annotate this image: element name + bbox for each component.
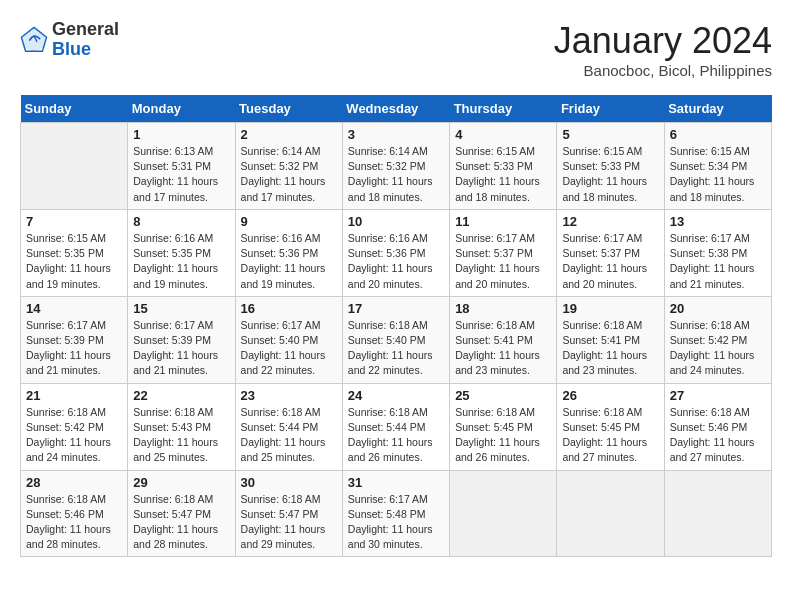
day-info: Sunrise: 6:18 AM Sunset: 5:40 PM Dayligh…: [348, 318, 444, 379]
day-cell: 6Sunrise: 6:15 AM Sunset: 5:34 PM Daylig…: [664, 123, 771, 210]
day-cell: 24Sunrise: 6:18 AM Sunset: 5:44 PM Dayli…: [342, 383, 449, 470]
day-cell: 3Sunrise: 6:14 AM Sunset: 5:32 PM Daylig…: [342, 123, 449, 210]
day-cell: 14Sunrise: 6:17 AM Sunset: 5:39 PM Dayli…: [21, 296, 128, 383]
calendar-title: January 2024: [554, 20, 772, 62]
day-cell: 8Sunrise: 6:16 AM Sunset: 5:35 PM Daylig…: [128, 209, 235, 296]
day-info: Sunrise: 6:17 AM Sunset: 5:37 PM Dayligh…: [562, 231, 658, 292]
svg-marker-0: [23, 29, 45, 51]
day-number: 15: [133, 301, 229, 316]
day-cell: 10Sunrise: 6:16 AM Sunset: 5:36 PM Dayli…: [342, 209, 449, 296]
day-cell: 29Sunrise: 6:18 AM Sunset: 5:47 PM Dayli…: [128, 470, 235, 557]
day-cell: [664, 470, 771, 557]
day-cell: 12Sunrise: 6:17 AM Sunset: 5:37 PM Dayli…: [557, 209, 664, 296]
day-number: 27: [670, 388, 766, 403]
day-cell: [557, 470, 664, 557]
day-number: 16: [241, 301, 337, 316]
day-number: 8: [133, 214, 229, 229]
col-sunday: Sunday: [21, 95, 128, 123]
day-cell: 5Sunrise: 6:15 AM Sunset: 5:33 PM Daylig…: [557, 123, 664, 210]
day-number: 12: [562, 214, 658, 229]
day-info: Sunrise: 6:17 AM Sunset: 5:40 PM Dayligh…: [241, 318, 337, 379]
day-info: Sunrise: 6:18 AM Sunset: 5:45 PM Dayligh…: [562, 405, 658, 466]
day-number: 11: [455, 214, 551, 229]
day-number: 22: [133, 388, 229, 403]
day-cell: [21, 123, 128, 210]
day-number: 13: [670, 214, 766, 229]
day-cell: [450, 470, 557, 557]
day-cell: 11Sunrise: 6:17 AM Sunset: 5:37 PM Dayli…: [450, 209, 557, 296]
calendar-header: Sunday Monday Tuesday Wednesday Thursday…: [21, 95, 772, 123]
day-number: 9: [241, 214, 337, 229]
day-info: Sunrise: 6:15 AM Sunset: 5:35 PM Dayligh…: [26, 231, 122, 292]
day-info: Sunrise: 6:17 AM Sunset: 5:37 PM Dayligh…: [455, 231, 551, 292]
day-number: 21: [26, 388, 122, 403]
logo-icon: [20, 26, 48, 54]
col-tuesday: Tuesday: [235, 95, 342, 123]
day-info: Sunrise: 6:18 AM Sunset: 5:41 PM Dayligh…: [455, 318, 551, 379]
day-info: Sunrise: 6:16 AM Sunset: 5:35 PM Dayligh…: [133, 231, 229, 292]
col-friday: Friday: [557, 95, 664, 123]
day-info: Sunrise: 6:18 AM Sunset: 5:43 PM Dayligh…: [133, 405, 229, 466]
day-number: 25: [455, 388, 551, 403]
day-info: Sunrise: 6:14 AM Sunset: 5:32 PM Dayligh…: [241, 144, 337, 205]
day-info: Sunrise: 6:18 AM Sunset: 5:47 PM Dayligh…: [241, 492, 337, 553]
day-number: 31: [348, 475, 444, 490]
title-block: January 2024 Banocboc, Bicol, Philippine…: [554, 20, 772, 79]
calendar-table: Sunday Monday Tuesday Wednesday Thursday…: [20, 95, 772, 557]
day-info: Sunrise: 6:18 AM Sunset: 5:45 PM Dayligh…: [455, 405, 551, 466]
day-info: Sunrise: 6:18 AM Sunset: 5:46 PM Dayligh…: [26, 492, 122, 553]
calendar-body: 1Sunrise: 6:13 AM Sunset: 5:31 PM Daylig…: [21, 123, 772, 557]
day-number: 7: [26, 214, 122, 229]
day-cell: 2Sunrise: 6:14 AM Sunset: 5:32 PM Daylig…: [235, 123, 342, 210]
day-info: Sunrise: 6:17 AM Sunset: 5:39 PM Dayligh…: [26, 318, 122, 379]
day-cell: 27Sunrise: 6:18 AM Sunset: 5:46 PM Dayli…: [664, 383, 771, 470]
day-number: 17: [348, 301, 444, 316]
day-number: 3: [348, 127, 444, 142]
day-info: Sunrise: 6:15 AM Sunset: 5:33 PM Dayligh…: [455, 144, 551, 205]
col-wednesday: Wednesday: [342, 95, 449, 123]
day-info: Sunrise: 6:15 AM Sunset: 5:33 PM Dayligh…: [562, 144, 658, 205]
day-cell: 23Sunrise: 6:18 AM Sunset: 5:44 PM Dayli…: [235, 383, 342, 470]
day-cell: 26Sunrise: 6:18 AM Sunset: 5:45 PM Dayli…: [557, 383, 664, 470]
day-cell: 9Sunrise: 6:16 AM Sunset: 5:36 PM Daylig…: [235, 209, 342, 296]
logo-blue: Blue: [52, 40, 119, 60]
day-info: Sunrise: 6:15 AM Sunset: 5:34 PM Dayligh…: [670, 144, 766, 205]
day-cell: 28Sunrise: 6:18 AM Sunset: 5:46 PM Dayli…: [21, 470, 128, 557]
day-number: 30: [241, 475, 337, 490]
day-info: Sunrise: 6:16 AM Sunset: 5:36 PM Dayligh…: [241, 231, 337, 292]
day-info: Sunrise: 6:18 AM Sunset: 5:46 PM Dayligh…: [670, 405, 766, 466]
day-number: 26: [562, 388, 658, 403]
day-number: 10: [348, 214, 444, 229]
week-row-1: 1Sunrise: 6:13 AM Sunset: 5:31 PM Daylig…: [21, 123, 772, 210]
day-info: Sunrise: 6:16 AM Sunset: 5:36 PM Dayligh…: [348, 231, 444, 292]
day-info: Sunrise: 6:17 AM Sunset: 5:38 PM Dayligh…: [670, 231, 766, 292]
logo-text: General Blue: [52, 20, 119, 60]
day-number: 5: [562, 127, 658, 142]
day-cell: 31Sunrise: 6:17 AM Sunset: 5:48 PM Dayli…: [342, 470, 449, 557]
day-info: Sunrise: 6:14 AM Sunset: 5:32 PM Dayligh…: [348, 144, 444, 205]
week-row-4: 21Sunrise: 6:18 AM Sunset: 5:42 PM Dayli…: [21, 383, 772, 470]
day-cell: 22Sunrise: 6:18 AM Sunset: 5:43 PM Dayli…: [128, 383, 235, 470]
day-cell: 19Sunrise: 6:18 AM Sunset: 5:41 PM Dayli…: [557, 296, 664, 383]
day-number: 29: [133, 475, 229, 490]
day-info: Sunrise: 6:18 AM Sunset: 5:42 PM Dayligh…: [670, 318, 766, 379]
day-number: 19: [562, 301, 658, 316]
calendar-subtitle: Banocboc, Bicol, Philippines: [554, 62, 772, 79]
day-cell: 13Sunrise: 6:17 AM Sunset: 5:38 PM Dayli…: [664, 209, 771, 296]
week-row-3: 14Sunrise: 6:17 AM Sunset: 5:39 PM Dayli…: [21, 296, 772, 383]
day-info: Sunrise: 6:17 AM Sunset: 5:48 PM Dayligh…: [348, 492, 444, 553]
day-number: 2: [241, 127, 337, 142]
day-number: 28: [26, 475, 122, 490]
day-number: 24: [348, 388, 444, 403]
header-row: Sunday Monday Tuesday Wednesday Thursday…: [21, 95, 772, 123]
logo-general: General: [52, 20, 119, 40]
col-thursday: Thursday: [450, 95, 557, 123]
day-number: 20: [670, 301, 766, 316]
day-cell: 25Sunrise: 6:18 AM Sunset: 5:45 PM Dayli…: [450, 383, 557, 470]
day-cell: 16Sunrise: 6:17 AM Sunset: 5:40 PM Dayli…: [235, 296, 342, 383]
logo: General Blue: [20, 20, 119, 60]
day-info: Sunrise: 6:17 AM Sunset: 5:39 PM Dayligh…: [133, 318, 229, 379]
day-number: 18: [455, 301, 551, 316]
day-number: 23: [241, 388, 337, 403]
day-info: Sunrise: 6:18 AM Sunset: 5:42 PM Dayligh…: [26, 405, 122, 466]
